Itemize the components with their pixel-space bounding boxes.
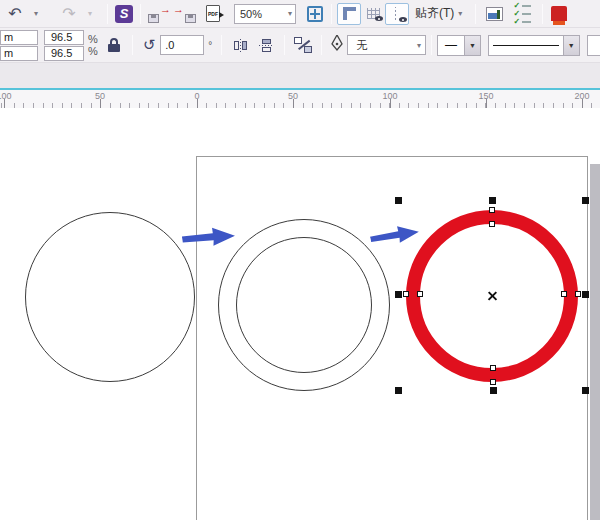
toolbar-gap [0,63,600,88]
percent-labels: % % [88,33,98,57]
options-button[interactable]: ✓ ✓ ✓ [507,2,537,26]
undo-button[interactable]: ↶ [4,2,26,26]
outline-pen-icon [331,35,343,55]
rotation-angle-field[interactable]: .0 [160,35,204,55]
sq [262,39,271,44]
dash [240,38,241,52]
drawing-canvas[interactable] [0,108,600,520]
import-button[interactable]: → [146,2,172,26]
selection-handle[interactable] [395,197,402,204]
separator [132,35,133,55]
checklist-row: ✓ [513,19,531,25]
clipped-dropdown[interactable] [587,35,600,56]
chevron-down-icon: ▾ [288,9,292,18]
step1-circle[interactable] [25,212,195,382]
grid-icon [367,8,380,19]
zoom-level-select[interactable]: 50% ▾ [234,4,296,24]
selection-handle[interactable] [395,387,402,394]
ruler-major-tick [100,99,101,108]
horizontal-ruler[interactable]: 10050050100150200 [0,88,600,108]
checklist-row: ✓ [513,3,531,9]
separator [140,4,141,24]
curve-node[interactable] [561,291,567,297]
degree-label: ° [208,40,212,51]
dropdown-arrow-button[interactable]: ▼ [563,36,579,55]
rotation-angle-value: .0 [165,39,174,51]
line-sample [493,45,559,46]
ruler-major-tick [197,99,198,108]
scale-factor-fields: 96.5 96.5 [44,30,84,61]
undo-dropdown[interactable]: ▾ [26,2,48,26]
check-icon: ✓ [513,19,520,25]
snap-to-dropdown[interactable]: 贴齐(T) ▾ [409,5,470,22]
ruler-major-tick [4,99,5,108]
selection-handle[interactable] [489,197,496,204]
export-button[interactable]: → [172,2,198,26]
redo-dropdown[interactable]: ▾ [80,2,102,26]
curve-node[interactable] [490,379,496,385]
checklist-icon: ✓ ✓ ✓ [513,3,531,25]
selection-handle[interactable] [582,291,589,298]
line-width-dropdown[interactable]: — ▼ [437,35,481,56]
app-launcher-button[interactable]: S [113,2,135,26]
width-unit: m [4,31,13,43]
export-arrow-icon: → [173,4,184,15]
checklist-row: ✓ [513,11,531,17]
line-width-preview: — [438,36,464,55]
selection-handle[interactable] [582,387,589,394]
grid-toggle-button[interactable] [361,3,385,25]
mirror-vertical-button[interactable] [253,33,279,57]
selection-handle[interactable] [490,387,497,394]
dropdown-arrow-button[interactable]: ▼ [464,36,480,55]
scale-objects-button[interactable] [290,33,316,57]
percent-x-label: % [88,33,98,45]
rotate-button[interactable]: ↺ [138,33,160,57]
curve-node[interactable] [489,207,495,213]
separator [431,35,432,55]
welcome-screen-button[interactable] [548,2,570,26]
separator [321,35,322,55]
curve-node[interactable] [489,221,495,227]
selection-handle[interactable] [582,197,589,204]
arrow-step1-to-step2[interactable] [181,225,236,250]
chevron-down-icon: ▾ [417,41,421,50]
line-style-dropdown[interactable]: ▼ [488,35,580,56]
scale-y-field[interactable]: 96.5 [44,46,84,61]
object-height-field[interactable]: m [0,46,38,61]
eye-icon [375,16,383,21]
rulers-toggle-button[interactable] [337,3,361,25]
sq [234,41,239,50]
sq [304,46,312,53]
welcome-screen-icon [551,6,567,21]
line-style-preview [489,36,563,55]
ruler-icon [343,7,356,20]
separator [542,4,543,24]
curve-node[interactable] [417,291,423,297]
redo-button[interactable]: ↷ [58,2,80,26]
zoom-level-value: 50% [240,8,262,20]
scale-y-value: 96.5 [51,47,72,59]
clipped-preview [588,36,600,55]
ruler-major-tick [582,99,583,108]
export-preview-button[interactable] [481,2,507,26]
scale-x-value: 96.5 [51,31,72,43]
curve-node[interactable] [403,291,409,297]
curve-node[interactable] [490,365,496,371]
object-center-mark[interactable] [487,291,498,302]
selection-handle[interactable] [395,291,402,298]
guidelines-toggle-button[interactable] [385,3,409,25]
eye-icon [399,17,407,22]
zoom-to-fit-button[interactable] [304,2,326,26]
outline-width-select[interactable]: 无 ▾ [347,35,426,55]
scale-x-field[interactable]: 96.5 [44,30,84,45]
ruler-major-tick [390,99,391,108]
ruler-major-tick [486,99,487,108]
curve-node[interactable] [575,291,581,297]
lock-ratio-button[interactable] [108,38,119,52]
publish-pdf-button[interactable]: PDF [198,2,228,26]
separator [221,35,222,55]
object-width-field[interactable]: m [0,30,38,45]
mirror-horizontal-button[interactable] [227,33,253,57]
step2-inner-circle[interactable] [236,237,372,373]
check-icon: ✓ [513,11,520,17]
